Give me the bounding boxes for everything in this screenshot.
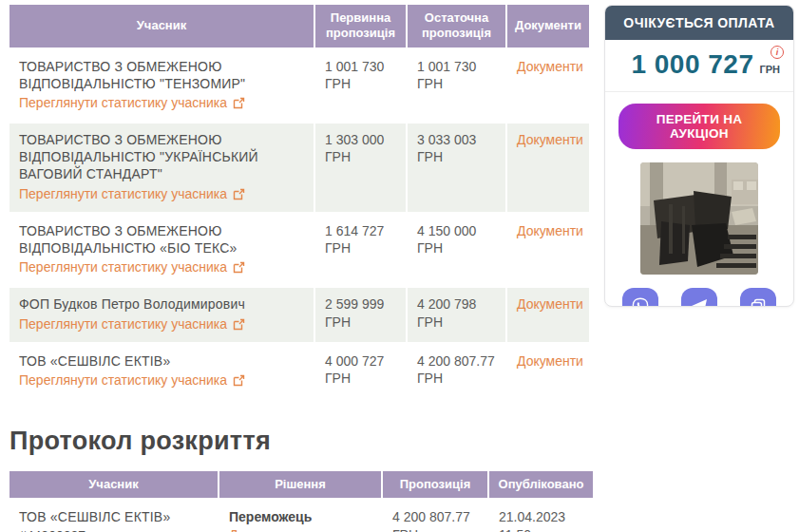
payment-panel: ОЧІКУЄТЬСЯ ОПЛАТА i 1 000 727ГРН ПЕРЕЙТИ…	[604, 5, 794, 307]
table-row-participant: ТОВ «СЕШВІЛС ЕКТІВ» Переглянути статисти…	[10, 345, 314, 398]
documents-link[interactable]: Документи	[517, 222, 583, 239]
payment-amount: 1 000 727	[631, 49, 753, 80]
bids-table: Учасник Первинна пропозиція Остаточна пр…	[10, 5, 591, 398]
participant-name: ФОП Будков Петро Володимирович	[19, 295, 306, 313]
documents-link[interactable]: Документи	[517, 131, 583, 148]
go-to-auction-button[interactable]: ПЕРЕЙТИ НА АУКЦІОН	[618, 104, 780, 149]
bids-col-header-documents: Документи	[507, 5, 589, 48]
published-date: 21.04.2023	[499, 508, 585, 525]
external-link-icon	[233, 261, 245, 274]
participant-name: ТОВАРИСТВО З ОБМЕЖЕНОЮ ВІДПОВІДАЛЬНІСТЮ …	[19, 58, 306, 92]
main-content: Учасник Первинна пропозиція Остаточна пр…	[10, 5, 591, 532]
participant-id: #44800287	[19, 527, 210, 532]
initial-bid-cell: 1 614 727 ГРН	[315, 215, 406, 286]
participant-name: ТОВАРИСТВО З ОБМЕЖЕНОЮ ВІДПОВІДАЛЬНІСТЮ …	[19, 131, 306, 183]
published-cell: 21.04.2023 11:50	[489, 501, 593, 532]
page-title: Протокол розкриття	[10, 427, 591, 456]
bids-col-header-final: Остаточна пропозиція	[408, 5, 505, 48]
documents-cell: Документи	[507, 50, 589, 122]
protocol-col-header-published: Опубліковано	[489, 471, 593, 498]
protocol-table: Учасник Рішення Пропозиція Опубліковано …	[10, 471, 591, 532]
protocol-col-header-decision: Рішення	[219, 471, 381, 498]
participant-name: ТОВ «СЕШВІЛС ЕКТІВ»	[19, 508, 210, 525]
initial-bid-cell: 1 303 000 ГРН	[315, 124, 406, 212]
table-row-participant: ТОВАРИСТВО З ОБМЕЖЕНОЮ ВІДПОВІДАЛЬНІСТЮ …	[10, 50, 314, 122]
external-link-icon	[233, 97, 245, 109]
participant-stats-link[interactable]: Переглянути статистику учасника	[19, 315, 245, 332]
participant-stats-link[interactable]: Переглянути статистику учасника	[19, 94, 245, 111]
participant-stats-link[interactable]: Переглянути статистику учасника	[19, 185, 245, 202]
payment-amount-block: i 1 000 727ГРН	[605, 40, 793, 92]
participant-name: ТОВ «СЕШВІЛС ЕКТІВ»	[19, 352, 306, 370]
table-row-participant: ТОВ «СЕШВІЛС ЕКТІВ» #44800287	[10, 501, 218, 532]
external-link-icon	[233, 318, 245, 331]
participant-stats-link[interactable]: Переглянути статистику учасника	[19, 258, 245, 276]
bids-col-header-initial: Первинна пропозиція	[315, 5, 406, 48]
external-link-icon	[233, 188, 245, 200]
initial-bid-cell: 1 001 730 ГРН	[315, 50, 406, 122]
table-row-participant: ТОВАРИСТВО З ОБМЕЖЕНОЮ ВІДПОВІДАЛЬНІСТЮ …	[10, 215, 314, 286]
proposal-cell: 4 200 807.77 ГРН	[383, 501, 487, 532]
table-row-participant: ФОП Будков Петро Володимирович Перегляну…	[10, 288, 314, 341]
documents-cell: Документи	[507, 345, 589, 398]
published-time: 11:50	[499, 526, 585, 532]
documents-cell: Документи	[507, 124, 589, 212]
final-bid-cell: 4 200 798 ГРН	[408, 288, 505, 341]
final-bid-cell: 4 150 000 ГРН	[408, 215, 505, 286]
telegram-icon[interactable]	[681, 288, 717, 307]
documents-cell: Документи	[507, 215, 589, 286]
external-link-icon	[233, 374, 245, 387]
protocol-col-header-participant: Учасник	[10, 471, 218, 498]
page: Учасник Первинна пропозиція Остаточна пр…	[0, 0, 799, 532]
table-row-participant: ТОВАРИСТВО З ОБМЕЖЕНОЮ ВІДПОВІДАЛЬНІСТЮ …	[10, 124, 314, 212]
protocol-col-header-proposal: Пропозиція	[383, 471, 487, 498]
payment-status-badge: ОЧІКУЄТЬСЯ ОПЛАТА	[605, 6, 793, 40]
viber-icon[interactable]	[622, 288, 658, 307]
payment-currency: ГРН	[759, 64, 780, 75]
final-bid-cell: 4 200 807.77 ГРН	[408, 345, 505, 398]
documents-link[interactable]: Документи	[517, 295, 583, 313]
share-buttons	[605, 284, 793, 307]
documents-cell: Документи	[507, 288, 589, 341]
documents-link[interactable]: Документи	[229, 526, 295, 532]
documents-link[interactable]: Документи	[517, 352, 583, 370]
final-bid-cell: 3 033 003 ГРН	[408, 124, 505, 212]
copy-icon[interactable]	[740, 288, 776, 307]
info-icon[interactable]: i	[770, 46, 784, 59]
initial-bid-cell: 2 599 999 ГРН	[315, 288, 406, 341]
final-bid-cell: 1 001 730 ГРН	[408, 50, 505, 122]
decision-cell: Переможець Документи	[219, 501, 381, 532]
lot-photo[interactable]	[640, 162, 758, 275]
initial-bid-cell: 4 000 727 ГРН	[315, 345, 406, 398]
bids-col-header-participant: Учасник	[10, 5, 314, 48]
participant-name: ТОВАРИСТВО З ОБМЕЖЕНОЮ ВІДПОВІДАЛЬНІСТЮ …	[19, 222, 306, 256]
decision-label: Переможець	[229, 508, 373, 525]
documents-link[interactable]: Документи	[517, 58, 583, 75]
participant-stats-link[interactable]: Переглянути статистику учасника	[19, 371, 245, 389]
